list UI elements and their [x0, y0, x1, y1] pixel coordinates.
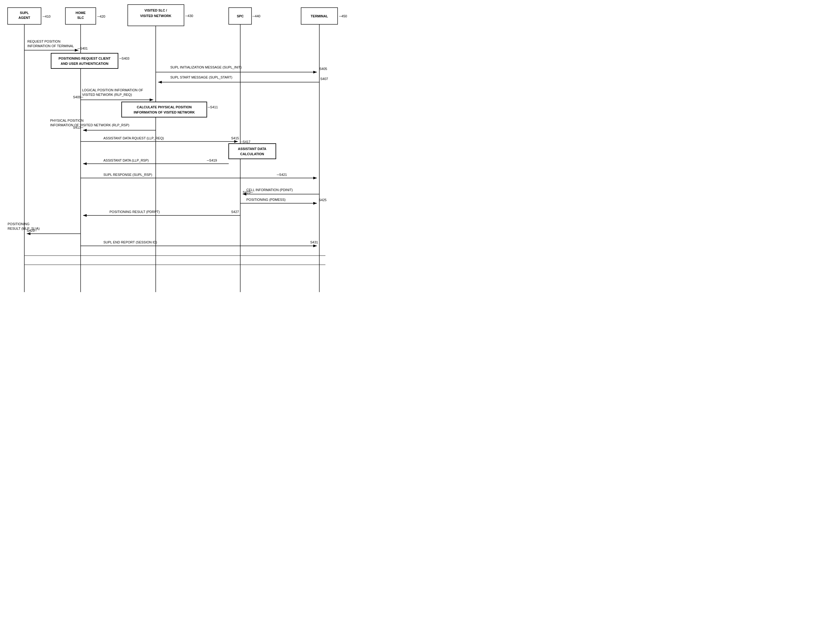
- s427-label: POSITIONING RESULT (PDRPT): [109, 210, 159, 214]
- s415-step: S415: [231, 136, 239, 140]
- s401-step: ─S401: [77, 47, 88, 50]
- s421-label: SUPL RESPONSE (SUPL_RSP): [103, 173, 152, 176]
- s411-label2: INFORMATION OF VISITED NETWORK: [134, 111, 195, 114]
- s427-step: S427: [231, 210, 239, 214]
- home-slc-label1: HOME: [76, 11, 86, 14]
- s407-label: SUPL START MESSAGE (SUPL_START): [170, 76, 232, 79]
- s411-box: [122, 102, 207, 117]
- s409-step: S409─: [73, 95, 83, 99]
- s403-step: ─S403: [119, 57, 129, 60]
- s429-step: S429─: [27, 229, 37, 233]
- s421-step: ─S421: [276, 173, 287, 176]
- visited-slc-label2: VISITED NETWORK: [140, 14, 172, 17]
- s409-label2: VISITED NETWORK (RLP_REQ): [82, 93, 132, 97]
- s415-label: ASSISTANT DATA RQUEST (LLP_REQ): [103, 136, 164, 140]
- visited-slc-ref: ─430: [185, 14, 193, 17]
- s401-label2: INFORMATION OF TERMINAL: [27, 44, 74, 48]
- supl-agent-label2: AGENT: [19, 16, 30, 19]
- s413-step: S413─: [73, 126, 83, 129]
- s431-label: SUPL END REPORT (SESSION ID): [103, 241, 157, 244]
- terminal-ref: ─450: [339, 14, 347, 18]
- supl-agent-label1: SUPL: [20, 11, 29, 14]
- home-slc-label2: SLC: [77, 16, 84, 19]
- s431-step: S431: [310, 241, 318, 244]
- s425-step: S425: [319, 198, 327, 202]
- visited-slc-label1: VISITED SLC /: [144, 8, 167, 12]
- s419-step: ─S419: [207, 158, 217, 162]
- terminal-label: TERMINAL: [311, 14, 328, 18]
- s419-label: ASSISTANT DATA (LLP_RSP): [103, 158, 149, 162]
- s413-label2: INFORMATION OF VISITED NETWORK (RLP_RSP): [50, 123, 129, 127]
- s413-label1: PHYSICAL POSITION: [50, 119, 84, 122]
- sequence-diagram: SUPL AGENT ─410 HOME SLC ─420 VISITED SL…: [0, 0, 420, 316]
- s425-label: POSITIONING (PDMESS): [246, 198, 286, 201]
- s403-box: [51, 53, 118, 68]
- supl-agent-ref: ─410: [42, 14, 51, 18]
- s423-step: S423─: [243, 190, 253, 194]
- s405-label: SUPL INITIALIZATION MESSAGE (SUPL_INIT): [170, 65, 242, 69]
- s403-label2: AND USER AUTHENTICATION: [60, 62, 108, 65]
- s417-box: [229, 144, 276, 159]
- s411-label1: CALCULATE PHYSICAL POSITION: [137, 105, 192, 109]
- s409-label1: LOGICAL POSITION INFORMATION OF: [82, 88, 143, 92]
- s417-label2: CALCULATION: [240, 152, 264, 156]
- s417-label1: ASSISTANT DATA: [238, 147, 267, 150]
- spc-label: SPC: [237, 14, 244, 18]
- s403-label1: POSITIONING REQUEST CLIENT: [58, 57, 111, 60]
- home-slc-ref: ─420: [97, 14, 105, 18]
- s429-label1: POSITIONING: [8, 222, 30, 226]
- s423-label: CELL INFORMATION (PDINIT): [246, 188, 293, 192]
- s407-step: S407: [320, 77, 328, 81]
- s405-step: S405: [319, 67, 327, 71]
- s401-label1: REQUEST POSITION: [27, 40, 60, 43]
- spc-ref: ─440: [252, 14, 261, 18]
- s417-step: ─S417: [240, 140, 250, 144]
- s411-step: ─S411: [207, 105, 218, 109]
